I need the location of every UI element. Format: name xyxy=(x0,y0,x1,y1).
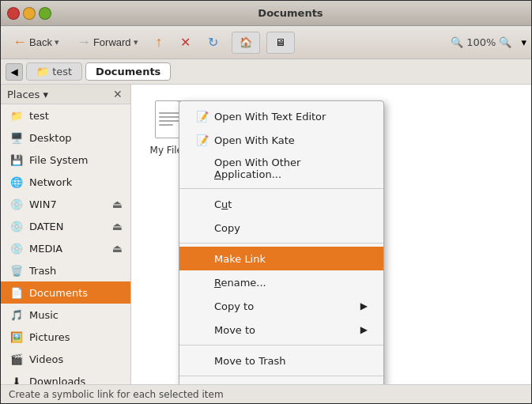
zoom-out-icon[interactable]: 🔍 xyxy=(451,36,463,48)
reload-icon: ↻ xyxy=(208,35,218,50)
cm-make-link[interactable]: Make Link xyxy=(179,247,383,270)
sidebar-item-label: Trash xyxy=(29,265,56,277)
titlebar: Documents xyxy=(1,1,531,26)
close-button[interactable] xyxy=(7,7,20,20)
back-chevron-icon: ▾ xyxy=(55,37,59,47)
copy-icon xyxy=(195,221,209,235)
cm-label: Cut xyxy=(214,198,368,210)
forward-button[interactable]: → Forward ▾ xyxy=(70,31,145,54)
file-area: My File... 📝 Open With Text Editor 📝 Ope… xyxy=(131,85,531,384)
downloads-icon: ⬇️ xyxy=(9,373,25,384)
cm-label: Make Link xyxy=(214,253,368,265)
cm-copy-to[interactable]: Copy to ▶ xyxy=(179,294,383,318)
daten-icon: 💿 xyxy=(9,218,25,234)
test-icon: 📁 xyxy=(9,108,25,123)
kate-icon: 📝 xyxy=(195,133,209,147)
sidebar-item-test[interactable]: 📁 test xyxy=(1,104,130,126)
home-icon: 🏠 xyxy=(240,36,252,48)
sidebar-item-label: Music xyxy=(29,309,58,321)
other-icon xyxy=(195,161,209,176)
minimize-button[interactable] xyxy=(23,7,36,20)
folder-icon: 📁 xyxy=(36,66,49,77)
window: Documents ← Back ▾ → Forward ▾ ↑ ✕ ↻ 🏠 🖥 xyxy=(0,0,532,404)
cm-rename[interactable]: Rename... xyxy=(179,270,383,294)
sidebar-item-label: Network xyxy=(29,176,72,188)
breadcrumb-tab-documents[interactable]: Documents xyxy=(85,62,171,81)
cm-separator xyxy=(179,188,383,189)
sidebar-item-music[interactable]: 🎵 Music xyxy=(1,304,130,326)
cm-label: Open With Kate xyxy=(214,134,368,146)
cm-label: Open With Text Editor xyxy=(214,111,368,123)
cm-move-to-trash[interactable]: Move to Trash xyxy=(179,349,383,372)
maximize-button[interactable] xyxy=(39,7,51,20)
computer-button[interactable]: 🖥 xyxy=(266,32,295,54)
sidebar-close-button[interactable]: ✕ xyxy=(111,88,124,100)
breadcrumb-back-button[interactable]: ◀ xyxy=(6,63,23,81)
home-button[interactable]: 🏠 xyxy=(232,32,260,54)
sidebar-item-network[interactable]: 🌐 Network xyxy=(1,171,130,193)
sidebar-item-videos[interactable]: 🎬 Videos xyxy=(1,348,130,370)
back-button[interactable]: ← Back ▾ xyxy=(6,31,66,54)
desktop-icon: 🖥️ xyxy=(9,130,25,145)
sidebar-item-media[interactable]: 💿 MEDIA ⏏ xyxy=(1,237,130,259)
sidebar-item-downloads[interactable]: ⬇️ Downloads xyxy=(1,370,130,384)
breadcrumb-tab-test[interactable]: 📁 test xyxy=(26,62,82,81)
sidebar-item-label: Desktop xyxy=(29,132,72,144)
sidebar-item-label: Videos xyxy=(29,353,63,365)
cm-compress[interactable]: Compress... xyxy=(179,379,383,384)
sidebar-header: Places ▾ ✕ xyxy=(1,85,130,104)
sidebar: Places ▾ ✕ 📁 test 🖥️ Desktop 💾 File Syst… xyxy=(1,85,131,384)
zoom-controls: 🔍 100% 🔍 xyxy=(451,36,511,48)
cm-label: Move to xyxy=(214,324,360,336)
statusbar: Create a symbolic link for each selected… xyxy=(1,384,531,403)
up-button[interactable]: ↑ xyxy=(149,31,170,54)
window-title: Documents xyxy=(56,7,525,19)
cm-open-other[interactable]: Open With Other Application... xyxy=(179,152,383,185)
up-arrow-icon: ↑ xyxy=(156,34,163,51)
reload-button[interactable]: ↻ xyxy=(201,32,225,53)
pictures-icon: 🖼️ xyxy=(9,329,25,345)
media-icon: 💿 xyxy=(9,240,25,256)
cm-open-kate[interactable]: 📝 Open With Kate xyxy=(179,128,383,152)
zoom-in-icon[interactable]: 🔍 xyxy=(499,36,511,48)
cm-label: Move to Trash xyxy=(214,355,368,367)
cm-open-text-editor[interactable]: 📝 Open With Text Editor xyxy=(179,104,383,128)
rename-icon xyxy=(195,275,209,289)
sidebar-places-label: Places ▾ xyxy=(7,89,48,100)
sidebar-item-label: MEDIA xyxy=(29,243,62,255)
cm-separator-3 xyxy=(179,345,383,345)
computer-icon: 🖥 xyxy=(275,36,285,48)
daten-eject-icon: ⏏ xyxy=(112,220,123,232)
make-link-icon xyxy=(195,251,209,266)
sidebar-item-pictures[interactable]: 🖼️ Pictures xyxy=(1,326,130,348)
breadcrumb-bar: ◀ 📁 test Documents xyxy=(1,59,531,85)
sidebar-item-trash[interactable]: 🗑️ Trash xyxy=(1,259,130,281)
sidebar-item-label: File System xyxy=(29,154,88,166)
filesystem-icon: 💾 xyxy=(9,152,25,168)
sidebar-item-label: WIN7 xyxy=(29,198,57,210)
stop-icon: ✕ xyxy=(180,35,191,50)
back-arrow-icon: ← xyxy=(13,34,27,51)
stop-button[interactable]: ✕ xyxy=(173,32,198,53)
cm-separator-2 xyxy=(179,243,383,244)
sidebar-item-label: Pictures xyxy=(29,331,70,343)
back-label: Back xyxy=(29,36,52,48)
cm-cut[interactable]: Cut xyxy=(179,192,383,216)
sidebar-item-documents[interactable]: 📄 Documents xyxy=(1,281,130,304)
toolbar-dropdown[interactable]: ▾ xyxy=(521,36,526,48)
move-trash-icon xyxy=(195,353,209,368)
sidebar-item-win7[interactable]: 💿 WIN7 ⏏ xyxy=(1,193,130,215)
cm-copy[interactable]: Copy xyxy=(179,216,383,240)
copy-to-submenu-icon: ▶ xyxy=(360,300,368,311)
sidebar-item-filesystem[interactable]: 💾 File System xyxy=(1,149,130,171)
sidebar-item-label: test xyxy=(29,110,49,122)
statusbar-text: Create a symbolic link for each selected… xyxy=(9,389,224,400)
sidebar-item-desktop[interactable]: 🖥️ Desktop xyxy=(1,126,130,149)
main-area: Places ▾ ✕ 📁 test 🖥️ Desktop 💾 File Syst… xyxy=(1,85,531,384)
cm-move-to[interactable]: Move to ▶ xyxy=(179,318,383,342)
forward-label: Forward xyxy=(93,36,131,48)
documents-icon: 📄 xyxy=(9,285,25,300)
sidebar-item-daten[interactable]: 💿 DATEN ⏏ xyxy=(1,215,130,237)
cm-label: Open With Other Application... xyxy=(214,157,368,180)
dropdown-chevron-icon: ▾ xyxy=(521,36,526,48)
